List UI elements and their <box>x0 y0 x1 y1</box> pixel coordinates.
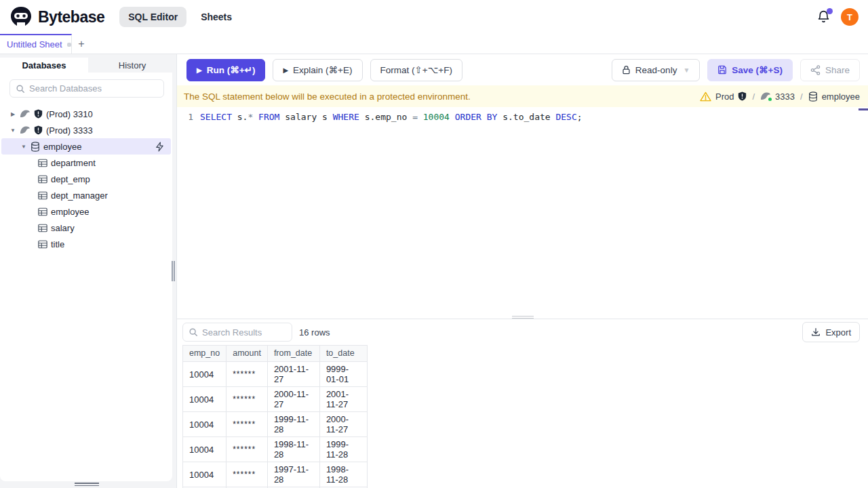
table-row[interactable]: 10004******2001-11-279999-01-01 <box>183 362 368 387</box>
instance-number[interactable]: 3333 <box>775 92 795 102</box>
sheet-tab-strip: Untitled Sheet + <box>0 34 868 54</box>
instance-prod-3310[interactable]: ▶ (Prod) 3310 <box>0 106 172 122</box>
column-header-to_date[interactable]: to_date <box>319 346 367 362</box>
instance-label: (Prod) 3310 <box>46 109 93 119</box>
table-label: salary <box>51 223 75 233</box>
sql-token: SELECT <box>200 112 232 122</box>
notification-bell-button[interactable] <box>816 9 831 24</box>
cell: 10004 <box>183 387 226 412</box>
database-search[interactable] <box>9 79 164 98</box>
table-list: department dept_emp dept_manager employe… <box>0 155 172 252</box>
results-header-row: emp_noamountfrom_dateto_date <box>183 346 368 362</box>
results-resize-handle[interactable] <box>512 316 534 319</box>
table-label: title <box>51 239 64 249</box>
cell: ****** <box>226 387 268 412</box>
sql-token: ; <box>577 112 583 122</box>
sql-editor[interactable]: 1 SELECT s.* FROM salary s WHERE s.emp_n… <box>177 107 868 319</box>
table-row[interactable]: 10004******2000-11-272001-11-27 <box>183 387 368 412</box>
explain-button[interactable]: ▶ Explain (⌘+E) <box>273 59 362 81</box>
chevron-right-icon[interactable]: ▶ <box>9 111 16 117</box>
instance-link[interactable] <box>760 92 771 101</box>
table-row[interactable]: 10004******1998-11-281999-11-28 <box>183 437 368 462</box>
instance-label: (Prod) 3333 <box>46 125 93 136</box>
save-icon <box>717 65 727 75</box>
editor-toolbar: ▶ Run (⌘+↵) ▶ Explain (⌘+E) Format (⇧+⌥+… <box>177 54 868 85</box>
sidebar: Databases History ▶ <box>0 54 176 488</box>
connection-breadcrumb: Prod / 3333 <box>700 92 860 102</box>
share-button[interactable]: Share <box>800 59 860 81</box>
export-button[interactable]: Export <box>802 322 860 342</box>
instance-prod-3333[interactable]: ▼ (Prod) 3333 <box>0 122 172 138</box>
table-row[interactable]: 10004******1997-11-281998-11-28 <box>183 462 368 487</box>
connect-bolt-icon[interactable] <box>155 142 164 152</box>
cell: 2001-11-27 <box>319 387 367 412</box>
column-header-amount[interactable]: amount <box>226 346 268 362</box>
sql-token: ORDER BY <box>455 112 498 122</box>
format-button[interactable]: Format (⇧+⌥+F) <box>370 59 462 81</box>
table-label: employee <box>51 207 89 217</box>
lock-icon <box>622 65 631 75</box>
table-label: dept_manager <box>51 190 108 201</box>
code-line: 1 SELECT s.* FROM salary s WHERE s.emp_n… <box>177 110 868 123</box>
main-area: ▶ Run (⌘+↵) ▶ Explain (⌘+E) Format (⇧+⌥+… <box>176 54 868 488</box>
tab-untitled-sheet[interactable]: Untitled Sheet <box>0 34 72 54</box>
top-nav: SQL Editor Sheets <box>119 7 241 27</box>
share-icon <box>810 65 821 75</box>
nav-sql-editor[interactable]: SQL Editor <box>119 7 186 27</box>
database-search-input[interactable] <box>29 83 158 94</box>
results-search[interactable] <box>182 323 292 342</box>
format-label: Format (⇧+⌥+F) <box>380 64 452 75</box>
table-item-dept_manager[interactable]: dept_manager <box>0 187 172 203</box>
search-icon <box>16 84 25 94</box>
export-label: Export <box>825 327 851 338</box>
top-right: T <box>816 8 859 26</box>
cell: 1998-11-28 <box>319 462 367 487</box>
top-bar: Bytebase SQL Editor Sheets T <box>0 0 868 34</box>
separator: / <box>799 92 804 102</box>
play-icon: ▶ <box>283 66 288 74</box>
line-number: 1 <box>177 110 200 123</box>
chevron-down-icon[interactable]: ▼ <box>20 144 27 150</box>
run-button[interactable]: ▶ Run (⌘+↵) <box>186 59 265 81</box>
results-body: 10004******2001-11-279999-01-0110004****… <box>183 362 368 488</box>
database-item-employee[interactable]: ▼ employee <box>1 138 171 155</box>
save-label: Save (⌘+S) <box>732 64 783 75</box>
content: Databases History ▶ <box>0 54 868 488</box>
avatar[interactable]: T <box>841 8 859 26</box>
column-header-emp_no[interactable]: emp_no <box>183 346 226 362</box>
table-item-dept_emp[interactable]: dept_emp <box>0 171 172 187</box>
protected-environment-banner: The SQL statement below will be executed… <box>177 85 868 107</box>
protected-shield-icon <box>34 109 43 119</box>
results-search-input[interactable] <box>202 327 286 338</box>
brand-name: Bytebase <box>38 8 104 26</box>
save-button[interactable]: Save (⌘+S) <box>707 59 793 81</box>
table-item-department[interactable]: department <box>0 155 172 171</box>
panel-resize-handle[interactable] <box>75 483 99 486</box>
tab-databases[interactable]: Databases <box>0 58 88 73</box>
chevron-down-icon[interactable]: ▼ <box>9 127 16 134</box>
bytebase-logo-icon <box>9 5 33 28</box>
sql-token: s.to_date <box>497 112 555 122</box>
overview-ruler-mark <box>859 108 868 110</box>
table-item-title[interactable]: title <box>0 236 172 252</box>
online-status-dot <box>768 98 772 101</box>
results-grid-container[interactable]: emp_noamountfrom_dateto_date 10004******… <box>177 345 868 488</box>
table-item-salary[interactable]: salary <box>0 220 172 236</box>
run-label: Run (⌘+↵) <box>207 64 256 75</box>
database-name[interactable]: employee <box>822 92 860 102</box>
row-count: 16 rows <box>299 327 330 338</box>
table-item-employee[interactable]: employee <box>0 203 172 220</box>
search-icon <box>189 327 198 337</box>
sidebar-resize-handle[interactable] <box>172 261 175 281</box>
add-sheet-button[interactable]: + <box>72 34 91 54</box>
table-row[interactable]: 10004******1999-11-282000-11-27 <box>183 412 368 437</box>
column-header-from_date[interactable]: from_date <box>267 346 319 362</box>
separator: / <box>751 92 756 102</box>
results-header: 16 rows Export <box>177 319 868 345</box>
readonly-mode-button[interactable]: Read-only ▼ <box>612 59 700 81</box>
sql-token <box>253 112 258 122</box>
cell: ****** <box>226 437 268 462</box>
nav-sheets[interactable]: Sheets <box>192 7 241 27</box>
bytebase-logo[interactable]: Bytebase <box>9 5 104 28</box>
tab-history[interactable]: History <box>88 58 176 73</box>
